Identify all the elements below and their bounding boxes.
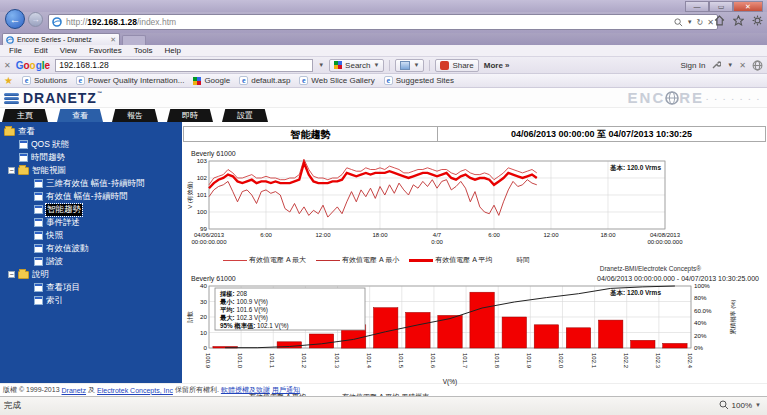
favorites-item-3[interactable]: edefault.asp [239, 76, 290, 85]
favorites-item-2[interactable]: Google [193, 76, 230, 85]
menu-item-file[interactable]: File [4, 46, 27, 55]
legend-label: 有效值電壓 A 最大 [247, 256, 306, 263]
status-done-label: 完成 [4, 400, 21, 412]
site-tab-即時[interactable]: 即時 [167, 109, 213, 122]
favorites-item-4[interactable]: eWeb Slice Gallery [299, 76, 374, 85]
sidebar-item-8[interactable]: 快照 [0, 229, 182, 242]
minimize-button[interactable]: — [685, 1, 709, 12]
folder-icon [4, 128, 15, 136]
sidebar-item-9[interactable]: 有效值波動 [0, 242, 182, 255]
histogram-bar [502, 317, 526, 348]
legend-line-swatch [409, 259, 433, 262]
svg-text:101.0: 101.0 [237, 353, 243, 369]
toolbar-extra-button[interactable]: ▼ [395, 59, 424, 72]
site-tab-主頁[interactable]: 主頁 [2, 109, 48, 122]
share-button[interactable]: Share [435, 59, 478, 72]
wrench-icon[interactable] [711, 60, 721, 70]
home-icon[interactable] [714, 15, 725, 26]
series-0 [209, 159, 537, 185]
legend-item: 有效值電壓 A 平均 [409, 255, 492, 265]
y2-axis-labels: 0%20%40%60.0%80%100% [694, 282, 712, 351]
menu-item-edit[interactable]: Edit [29, 46, 53, 55]
toolbar-right-close-icon[interactable]: ✕ [739, 61, 746, 70]
sidebar-item-1[interactable]: QOS 狀態 [0, 138, 182, 151]
tab-favicon [6, 36, 14, 44]
stop-icon[interactable]: ✕ [707, 18, 714, 27]
sidebar-item-0[interactable]: 查看 [0, 125, 182, 138]
sidebar-item-11[interactable]: −說明 [0, 268, 182, 281]
y-axis-labels: 010203040 [200, 282, 207, 351]
sidebar-item-12[interactable]: 查看項目 [0, 281, 182, 294]
svg-text:100.9: 100.9 [205, 353, 211, 369]
zoom-dropdown-icon[interactable]: ▼ [755, 402, 761, 408]
stats-line: 平均: 101.6 V(%) [220, 306, 268, 314]
dranetz-bars-icon [4, 93, 19, 104]
sidebar-item-7[interactable]: 事件詳述 [0, 216, 182, 229]
doc-icon [34, 231, 43, 240]
favorites-item-0[interactable]: eSolutions [22, 76, 67, 85]
trend-line-chart: 9910010110210304/06/201300:00:00.0006:00… [183, 157, 763, 251]
site-tab-查看[interactable]: 查看 [57, 109, 103, 122]
favorites-star-icon[interactable] [733, 15, 744, 26]
browser-tab[interactable]: Encore Series - Dranetz ✕ [2, 33, 120, 45]
favorites-item-5[interactable]: eSuggested Sites [384, 76, 454, 85]
close-button[interactable]: ✕ [733, 1, 763, 12]
svg-text:101.6: 101.6 [430, 353, 436, 369]
site-tab-報告[interactable]: 報告 [112, 109, 158, 122]
tools-gear-icon[interactable] [752, 15, 763, 26]
sidebar-item-13[interactable]: 索引 [0, 294, 182, 307]
sidebar-item-5[interactable]: 有效值 幅值-持續時間 [0, 190, 182, 203]
toolbar-close-icon[interactable]: ✕ [4, 61, 11, 70]
menu-item-view[interactable]: View [55, 46, 82, 55]
wrench-dropdown-icon[interactable]: ▼ [727, 62, 733, 68]
tab-title: Encore Series - Dranetz [17, 36, 92, 43]
svg-text:12:00: 12:00 [543, 232, 559, 238]
search-icon[interactable] [674, 18, 683, 27]
zoom-control[interactable]: 100% ▼ [719, 400, 761, 410]
forward-button[interactable]: → [28, 12, 43, 27]
more-button[interactable]: More » [484, 61, 510, 70]
sidebar-item-4[interactable]: 三維有效值 幅值-持續時間 [0, 177, 182, 190]
histogram-bar [599, 320, 623, 348]
back-button[interactable]: ← [5, 9, 25, 29]
globe-icon[interactable] [752, 60, 763, 71]
doc-icon [34, 244, 43, 253]
add-favorite-star-icon[interactable]: ★ [4, 76, 13, 86]
menu-item-help[interactable]: Help [159, 46, 185, 55]
page-title: 智能趨勢 [183, 126, 438, 142]
collapse-box-icon[interactable]: − [8, 271, 15, 278]
tab-close-icon[interactable]: ✕ [110, 36, 116, 44]
google-search-button[interactable]: Search▼ [329, 59, 384, 72]
sign-in-link[interactable]: Sign In [680, 61, 705, 70]
site-tab-設置[interactable]: 設置 [222, 109, 268, 122]
sidebar-item-2[interactable]: 時間趨勢 [0, 151, 182, 164]
browser-window: — ▭ ✕ ← → http://192.168.1.28/index.htm … [0, 0, 767, 415]
new-tab-stub[interactable] [122, 35, 146, 45]
address-dropdown-icon[interactable]: ▼ [687, 19, 693, 25]
window-controls: — ▭ ✕ [685, 1, 763, 12]
maximize-button[interactable]: ▭ [709, 1, 733, 12]
svg-text:101.5: 101.5 [398, 353, 404, 369]
favorites-item-1[interactable]: ePower Quality Internation... [76, 76, 185, 85]
svg-text:12:00: 12:00 [315, 232, 331, 238]
sidebar-item-3[interactable]: −智能視圖 [0, 164, 182, 177]
legend-line-swatch [223, 260, 247, 261]
footer-link-3[interactable]: Electrotek Concepts, Inc [97, 387, 173, 394]
footer-link-1[interactable]: Dranetz [62, 387, 87, 394]
sidebar-item-6[interactable]: 智能趨勢 [0, 203, 182, 216]
sidebar-item-10[interactable]: 諧波 [0, 255, 182, 268]
menu-item-tools[interactable]: Tools [129, 46, 158, 55]
stats-line: 95% 概率值: 102.1 V(%) [220, 322, 289, 330]
refresh-icon[interactable]: ↻ [697, 18, 704, 27]
url-text[interactable]: http://192.168.1.28/index.htm [66, 17, 674, 27]
histogram-bar [631, 340, 655, 348]
svg-text:102.4: 102.4 [687, 353, 693, 369]
ie-favicon [52, 17, 62, 27]
search-history-dropdown-icon[interactable]: ▼ [318, 62, 324, 68]
collapse-box-icon[interactable]: − [8, 167, 15, 174]
svg-text:101.2: 101.2 [301, 353, 307, 369]
address-bar[interactable]: http://192.168.1.28/index.htm ▼ ↻ ✕ [48, 14, 718, 30]
svg-text:100: 100 [197, 208, 208, 215]
menu-item-favorites[interactable]: Favorites [84, 46, 127, 55]
google-search-input[interactable] [55, 59, 313, 72]
